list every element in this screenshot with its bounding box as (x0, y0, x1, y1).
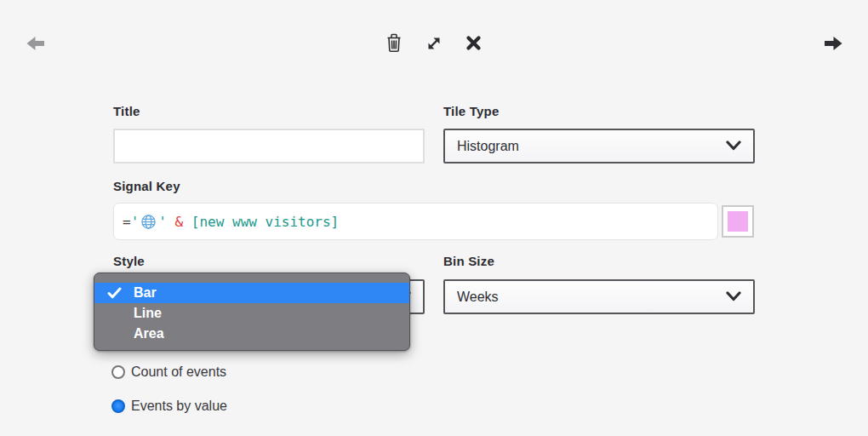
tile-type-label: Tile Type (443, 104, 499, 118)
close-icon (465, 41, 482, 54)
formula-expression: [new www visitors] (191, 214, 339, 230)
check-icon (94, 287, 134, 299)
style-option-line[interactable]: Line (94, 303, 409, 324)
style-option-label: Area (134, 326, 164, 341)
formula-close-quote: ' (158, 214, 167, 230)
globe-icon (140, 214, 157, 230)
style-option-label: Bar (134, 285, 157, 301)
radio-label: Events by value (131, 399, 227, 414)
formula-ampersand: & (175, 214, 184, 230)
signal-color-swatch[interactable] (722, 205, 754, 238)
tile-type-value: Histogram (457, 139, 519, 154)
style-option-label: Line (134, 306, 162, 321)
signal-key-label: Signal Key (113, 179, 180, 193)
title-label: Title (113, 104, 140, 118)
forward-arrow-button[interactable] (823, 33, 844, 54)
style-option-area[interactable]: Area (94, 324, 409, 344)
formula-open-quote: ' (131, 214, 140, 230)
chevron-down-icon (726, 139, 741, 154)
signal-key-input[interactable]: ='' & [new www visitors] (113, 203, 718, 240)
signal-color-swatch-fill (728, 211, 748, 232)
radio-label: Count of events (131, 364, 226, 380)
radio-unselected-icon[interactable] (111, 365, 125, 379)
close-editor-button[interactable] (465, 35, 482, 51)
radio-selected-icon[interactable] (111, 399, 125, 413)
radio-count-of-events[interactable]: Count of events (111, 364, 226, 380)
style-dropdown-menu: Bar Line Area (94, 272, 410, 351)
radio-events-by-value[interactable]: Events by value (111, 399, 227, 414)
delete-tile-button[interactable] (385, 32, 403, 54)
bin-size-value: Weeks (457, 290, 499, 305)
bin-size-select[interactable]: Weeks (443, 279, 755, 314)
back-arrow-icon (25, 43, 46, 56)
forward-arrow-icon (823, 43, 844, 56)
formula-equals: = (123, 214, 131, 230)
style-label: Style (113, 254, 145, 268)
trash-icon (385, 43, 403, 56)
tile-type-select[interactable]: Histogram (443, 129, 755, 164)
style-option-bar[interactable]: Bar (94, 283, 409, 303)
expand-tile-button[interactable] (424, 33, 444, 54)
bin-size-label: Bin Size (443, 254, 494, 268)
title-input[interactable] (113, 129, 425, 164)
back-arrow-button[interactable] (25, 33, 46, 54)
chevron-down-icon (726, 290, 741, 305)
expand-icon (424, 43, 444, 56)
